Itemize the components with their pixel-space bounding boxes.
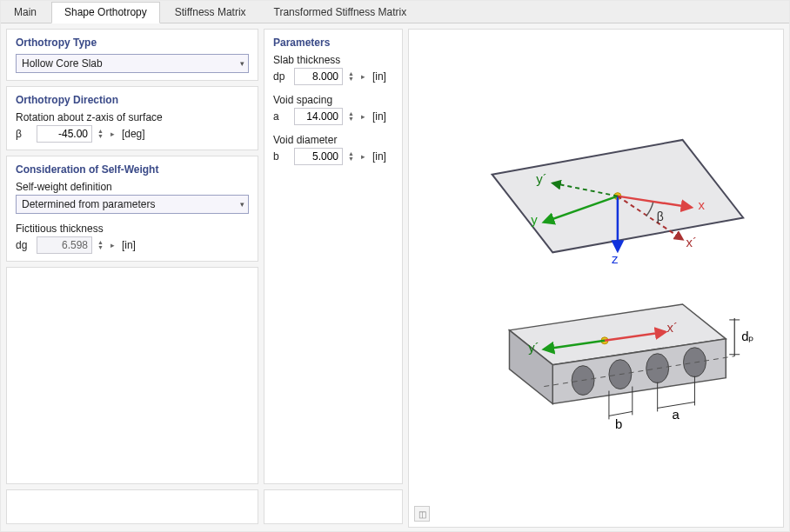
dp-symbol: dp	[273, 70, 289, 83]
beta-step[interactable]: ▸	[109, 130, 117, 138]
preview-svg: x y z x´ y´	[414, 35, 778, 522]
slab-diagram: x´ y´ dₚ a	[509, 304, 753, 431]
a-row: a ▲▼ ▸ [in]	[273, 108, 393, 125]
b-spinner[interactable]: ▲▼	[348, 151, 354, 162]
axis-x-label: x	[698, 197, 705, 212]
beta-row: β ▲▼ ▸ [deg]	[16, 125, 249, 143]
beta-input[interactable]	[37, 125, 92, 143]
tab-main[interactable]: Main	[1, 2, 50, 23]
preview-panel: x y z x´ y´	[408, 29, 784, 528]
a-unit: [in]	[372, 110, 386, 123]
dg-row: dg ▲▼ ▸ [in]	[16, 236, 249, 254]
void-diameter-label: Void diameter	[273, 134, 393, 146]
body: Orthotropy Type Hollow Core Slab ▾ Ortho…	[1, 23, 789, 529]
app-root: Main Shape Orthotropy Stiffness Matrix T…	[0, 0, 790, 532]
tab-transformed-stiffness[interactable]: Transformed Stiffness Matrix	[261, 2, 420, 23]
dp-row: dp ▲▼ ▸ [in]	[273, 68, 393, 85]
mid-column: Parameters Slab thickness dp ▲▼ ▸ [in] V…	[264, 29, 403, 524]
a-step[interactable]: ▸	[359, 112, 367, 121]
orthotropy-direction-panel: Orthotropy Direction Rotation about z-ax…	[6, 86, 258, 150]
self-weight-value: Determined from parameters	[22, 198, 155, 210]
void-spacing-label: Void spacing	[273, 94, 393, 106]
left-footer-panel	[6, 489, 258, 524]
dg-symbol: dg	[16, 239, 31, 251]
surface-diagram: x y z x´ y´	[492, 140, 744, 266]
mid-footer-panel	[264, 489, 403, 524]
dp-label: dₚ	[741, 329, 753, 343]
orthotropy-type-value: Hollow Core Slab	[22, 57, 103, 70]
b-input[interactable]	[294, 148, 343, 165]
axis-x2-label: x´	[686, 235, 697, 249]
dp-unit: [in]	[372, 70, 386, 83]
axis-z-label: z	[612, 251, 618, 266]
dg-unit: [in]	[122, 239, 136, 251]
b-label: b	[615, 416, 622, 431]
dp-input[interactable]	[294, 68, 343, 85]
beta-symbol: β	[16, 128, 31, 140]
slab-thickness-label: Slab thickness	[273, 54, 393, 66]
right-column: x y z x´ y´	[408, 29, 784, 524]
axis-y2-label: y´	[536, 171, 546, 186]
beta-unit: [deg]	[122, 128, 145, 140]
tab-shape-orthotropy[interactable]: Shape Orthotropy	[51, 2, 160, 23]
dg-step[interactable]: ▸	[109, 241, 117, 249]
b-step[interactable]: ▸	[359, 152, 367, 161]
tab-stiffness-matrix[interactable]: Stiffness Matrix	[162, 2, 259, 23]
beta-spinner[interactable]: ▲▼	[97, 129, 104, 139]
dp-spinner[interactable]: ▲▼	[348, 71, 354, 82]
orthotropy-direction-title: Orthotropy Direction	[16, 94, 249, 106]
dg-input[interactable]	[37, 236, 92, 254]
axis-y-label: y	[531, 212, 538, 227]
a-label: a	[673, 407, 680, 422]
b-unit: [in]	[372, 150, 386, 163]
tab-bar: Main Shape Orthotropy Stiffness Matrix T…	[1, 1, 789, 23]
parameters-panel: Parameters Slab thickness dp ▲▼ ▸ [in] V…	[264, 29, 403, 484]
dg-spinner[interactable]: ▲▼	[97, 240, 104, 250]
left-column: Orthotropy Type Hollow Core Slab ▾ Ortho…	[6, 29, 258, 524]
a-input[interactable]	[294, 108, 343, 125]
self-weight-title: Consideration of Self-Weight	[16, 163, 249, 176]
self-weight-def-label: Self-weight definition	[16, 181, 249, 193]
orthotropy-type-panel: Orthotropy Type Hollow Core Slab ▾	[6, 29, 258, 81]
rotation-label: Rotation about z-axis of surface	[16, 111, 249, 123]
b-row: b ▲▼ ▸ [in]	[273, 148, 393, 165]
self-weight-combo[interactable]: Determined from parameters ▾	[16, 195, 249, 214]
orthotropy-type-title: Orthotropy Type	[16, 37, 249, 49]
svg-line-24	[609, 411, 633, 416]
parameters-title: Parameters	[273, 37, 393, 49]
orthotropy-type-combo[interactable]: Hollow Core Slab ▾	[16, 54, 249, 73]
b-symbol: b	[273, 150, 289, 163]
chevron-down-icon: ▾	[240, 200, 244, 209]
slab-x2-label: x´	[667, 320, 678, 335]
self-weight-panel: Consideration of Self-Weight Self-weight…	[6, 156, 258, 262]
chevron-down-icon: ▾	[240, 59, 244, 68]
a-spinner[interactable]: ▲▼	[348, 111, 354, 122]
left-blank-panel	[6, 267, 258, 484]
preview-settings-icon[interactable]: ◫	[414, 506, 430, 522]
fictitious-thickness-label: Fictitious thickness	[16, 223, 249, 235]
slab-y2-label: y´	[528, 340, 539, 355]
axis-beta-label: β	[657, 209, 664, 223]
a-symbol: a	[273, 110, 289, 123]
dp-step[interactable]: ▸	[359, 72, 367, 81]
